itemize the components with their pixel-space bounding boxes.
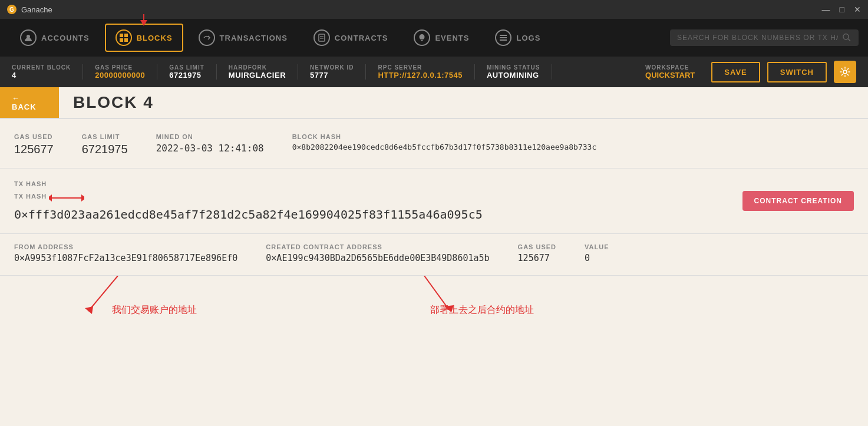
mining-status-status: MINING STATUS AUTOMINING xyxy=(487,64,552,80)
page-title-area: BLOCK 4 xyxy=(59,87,868,118)
back-label: ← BACK xyxy=(12,94,45,111)
gas-limit-value: 6721975 xyxy=(169,71,204,80)
tx-hash-label: TX HASH xyxy=(14,180,854,187)
svg-point-14 xyxy=(843,34,849,39)
switch-button[interactable]: SWITCH xyxy=(767,62,827,82)
page-header: ← BACK BLOCK 4 xyxy=(0,87,868,119)
tx-hash-value: 0×fff3d023aa261edcd8e45af7f281d2c5a82f4e… xyxy=(14,207,854,222)
block-title: BLOCK 4 xyxy=(73,93,154,112)
nav-label-blocks: BLOCKS xyxy=(137,34,173,42)
gas-limit-detail-value: 6721975 xyxy=(82,143,128,156)
save-button[interactable]: SAVE xyxy=(711,62,760,82)
block-hash-detail-value: 0×8b2082204ee190cedc8d6e4b5fccfb67b3d17f… xyxy=(292,143,597,151)
hardfork-value: MUIRGLACIER xyxy=(229,71,286,80)
minimize-button[interactable]: — xyxy=(822,5,830,14)
gas-used-detail-value: 125677 xyxy=(14,143,54,156)
maximize-button[interactable]: □ xyxy=(840,5,844,14)
workspace-label: WORKSPACE xyxy=(645,64,695,71)
svg-rect-7 xyxy=(319,34,325,41)
contract-annotation: 部署上去之后合约的地址 xyxy=(430,304,534,316)
svg-rect-4 xyxy=(124,34,128,37)
tx-hash-label-text: TX HASH xyxy=(14,193,47,200)
gas-price-label: GAS PRICE xyxy=(95,64,145,71)
nav-item-events[interactable]: EVENTS xyxy=(403,24,480,52)
svg-marker-2 xyxy=(140,20,147,26)
logs-icon xyxy=(495,29,511,46)
svg-rect-11 xyxy=(500,35,507,36)
gas-limit-label: GAS LIMIT xyxy=(169,64,204,71)
svg-rect-3 xyxy=(120,34,123,37)
network-id-label: NETWORK ID xyxy=(310,64,354,71)
from-address-label: FROM ADDRESS xyxy=(14,243,237,250)
details-grid: GAS USED 125677 GAS LIMIT 6721975 MINED … xyxy=(14,133,854,156)
rpc-server-label: RPC SERVER xyxy=(378,64,462,71)
created-contract-detail: CREATED CONTRACT ADDRESS 0×AE199c9430BDa… xyxy=(266,243,489,263)
gear-icon xyxy=(840,67,850,77)
contract-creation-button[interactable]: CONTRACT CREATION xyxy=(742,191,854,211)
from-address-value: 0×A9953f1087FcF2a13ce3E91f80658717Ee896E… xyxy=(14,253,237,263)
transactions-icon xyxy=(199,29,215,46)
svg-marker-19 xyxy=(49,194,52,202)
mined-on-detail-value: 2022-03-03 12:41:08 xyxy=(156,143,264,154)
workspace-value: QUICKSTART xyxy=(645,71,695,80)
nav-item-blocks[interactable]: BLOCKS xyxy=(105,24,183,52)
tx-gas-used-value: 125677 xyxy=(518,253,556,263)
nav-label-events: EVENTS xyxy=(435,34,469,42)
back-button[interactable]: ← BACK xyxy=(0,87,59,118)
blocks-icon xyxy=(115,29,132,46)
nav-item-transactions[interactable]: TRANSACTIONS xyxy=(188,24,298,52)
current-block-value: 4 xyxy=(12,71,71,80)
content-area: ← BACK BLOCK 4 GAS USED 125677 GAS LIMIT… xyxy=(0,87,868,335)
network-id-status: NETWORK ID 5777 xyxy=(310,64,366,80)
network-id-value: 5777 xyxy=(310,71,354,80)
gas-used-detail-label: GAS USED xyxy=(14,133,54,140)
gas-limit-detail: GAS LIMIT 6721975 xyxy=(82,133,128,156)
rpc-server-status: RPC SERVER HTTP://127.0.0.1:7545 xyxy=(378,64,474,80)
status-actions: WORKSPACE QUICKSTART SAVE SWITCH xyxy=(645,61,856,83)
tx-value-value: 0 xyxy=(585,253,609,263)
contracts-icon xyxy=(313,29,330,46)
block-details: GAS USED 125677 GAS LIMIT 6721975 MINED … xyxy=(0,119,868,169)
tx-gas-used-label: GAS USED xyxy=(518,243,556,250)
block-hash-detail: BLOCK HASH 0×8b2082204ee190cedc8d6e4b5fc… xyxy=(292,133,597,156)
from-address-detail: FROM ADDRESS 0×A9953f1087FcF2a13ce3E91f8… xyxy=(14,243,237,263)
accounts-icon xyxy=(20,29,37,46)
window-controls[interactable]: — □ ✕ xyxy=(822,5,861,14)
svg-rect-6 xyxy=(124,38,128,42)
created-contract-value: 0×AE199c9430BDa2D6565bE6dde00E3B49D8601a… xyxy=(266,253,489,263)
nav-item-contracts[interactable]: CONTRACTS xyxy=(303,24,399,52)
app-title: Ganache xyxy=(21,5,822,14)
search-bar[interactable] xyxy=(670,29,859,46)
created-contract-label: CREATED CONTRACT ADDRESS xyxy=(266,243,489,250)
events-icon xyxy=(414,29,430,46)
nav-item-accounts[interactable]: ACCOUNTS xyxy=(9,24,100,52)
current-block-label: CURRENT BLOCK xyxy=(12,64,71,71)
current-block-status: CURRENT BLOCK 4 xyxy=(12,64,83,80)
search-input[interactable] xyxy=(677,34,838,42)
svg-point-16 xyxy=(843,70,847,74)
tx-gas-used-detail: GAS USED 125677 xyxy=(518,243,556,263)
titlebar: G Ganache — □ ✕ xyxy=(0,0,868,19)
mining-status-value: AUTOMINING xyxy=(487,71,540,80)
close-button[interactable]: ✕ xyxy=(854,5,861,14)
gas-price-value: 20000000000 xyxy=(95,71,145,80)
hardfork-status: HARDFORK MUIRGLACIER xyxy=(229,64,298,80)
svg-rect-13 xyxy=(500,39,507,41)
from-address-annotation: 我们交易账户的地址 xyxy=(112,304,197,316)
gas-price-status: GAS PRICE 20000000000 xyxy=(95,64,157,80)
nav-item-logs[interactable]: LOGS xyxy=(484,24,551,52)
nav-label-transactions: TRANSACTIONS xyxy=(220,34,288,42)
svg-rect-5 xyxy=(120,38,123,42)
settings-button[interactable] xyxy=(834,61,856,83)
svg-marker-21 xyxy=(85,306,93,314)
tx-details: FROM ADDRESS 0×A9953f1087FcF2a13ce3E91f8… xyxy=(0,234,868,276)
gas-used-detail: GAS USED 125677 xyxy=(14,133,54,156)
app-icon: G xyxy=(7,5,16,14)
rpc-server-value: HTTP://127.0.0.1:7545 xyxy=(378,71,462,80)
navbar: ACCOUNTS BLOCKS TRANSACTIONS xyxy=(0,19,868,57)
svg-marker-18 xyxy=(81,194,84,202)
mining-status-label: MINING STATUS xyxy=(487,64,540,71)
tx-hash-arrow xyxy=(49,191,84,205)
gas-limit-detail-label: GAS LIMIT xyxy=(82,133,128,140)
svg-line-22 xyxy=(424,276,448,308)
